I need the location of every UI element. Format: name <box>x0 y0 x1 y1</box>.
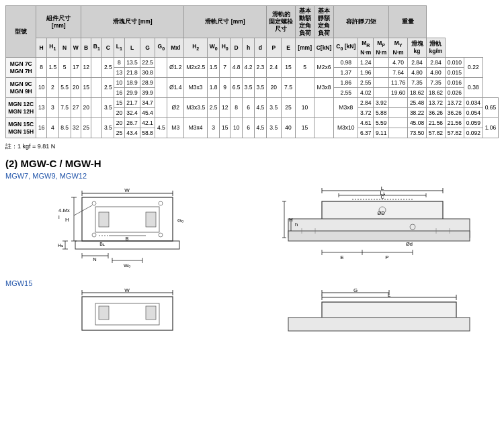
svg-rect-58 <box>146 306 156 320</box>
col-group-bolt: 滑軌的固定螺栓尺寸 <box>266 6 296 38</box>
table-note: 註：1 kgf = 9.81 N <box>5 142 499 151</box>
svg-rect-36 <box>288 231 470 241</box>
sub-W: W <box>71 38 81 58</box>
label-P: P <box>385 254 388 260</box>
diagram-mgw15-front-svg: W <box>55 287 196 341</box>
sub-L1: L1 <box>114 38 124 58</box>
label-C: C <box>380 195 384 199</box>
sub-L: L <box>124 38 140 58</box>
diagram-side-view: L L₁ C H <box>259 185 499 273</box>
svg-rect-20 <box>75 241 179 249</box>
sub-E: E <box>281 38 296 58</box>
sub-MY: MYN·m <box>389 38 408 58</box>
sub-H2: H2 <box>184 38 208 58</box>
sub-G: G <box>140 38 155 58</box>
sub-B: B <box>81 38 91 58</box>
col-group-static: 基本靜額定角負荷 <box>314 6 333 38</box>
label-W0: W₀ <box>123 262 130 269</box>
col-group-dynamic: 基本動額定角負荷 <box>296 6 314 38</box>
col-group-dimension: 組件尺寸[mm] <box>36 6 81 38</box>
sub-H0: H0 <box>220 38 230 58</box>
sub-Mxl: Mxl <box>167 38 184 58</box>
label-H1: H₁ <box>57 243 62 248</box>
table-row: MGN 9CMGN 9H 10 2 5.5 20 15 2.5 10 18.9 … <box>6 78 499 88</box>
svg-rect-6 <box>146 212 156 227</box>
sub-rail-kgm: 滑軌kg/m <box>427 38 446 58</box>
sub-D: D <box>230 38 243 58</box>
table-row: MGN 7CMGN 7H 8 1.5 5 17 12 2.5 8 13.5 22… <box>6 58 499 68</box>
label-E: E <box>340 254 343 260</box>
svg-point-11 <box>92 233 96 237</box>
label-h: h <box>295 222 298 228</box>
sub-slider-kg: 滑塊kg <box>408 38 427 58</box>
label-G0: G₀ <box>177 217 183 224</box>
svg-rect-66 <box>288 318 470 331</box>
svg-rect-5 <box>99 212 109 227</box>
label-L-mgw15: L <box>387 292 390 298</box>
sub-h: h <box>243 38 255 58</box>
section2-sub2: MGW15 <box>5 279 499 287</box>
sub-H1: H1 <box>46 38 58 58</box>
label-4Mxl2: l <box>58 214 60 220</box>
diagrams-row-mgw15: W G L <box>5 287 499 341</box>
sub-C-kN: C[kN] <box>314 38 333 58</box>
col-group-slider: 滑塊尺寸 [mm] <box>81 6 183 38</box>
svg-point-10 <box>159 201 163 205</box>
sub-P: P <box>266 38 281 58</box>
label-H-left: H <box>65 217 69 223</box>
label-B1: B₁ <box>99 242 105 246</box>
label-phid: Ød <box>406 241 413 247</box>
diagram-front-svg: W B B₁ 4-Mx l <box>55 185 196 273</box>
label-N: N <box>93 256 96 262</box>
table-row: MGN 12CMGN 12H 13 3 7.5 27 20 3.5 15 21.… <box>6 98 499 108</box>
col-group-weight: 重量 <box>389 6 427 38</box>
label-W-mgw15: W <box>124 287 130 293</box>
sub-mm: [mm] <box>296 38 314 58</box>
model-mgn7c: MGN 7CMGN 7H <box>6 58 36 78</box>
diagram-front-view: W B B₁ 4-Mx l <box>5 185 245 273</box>
spec-table: 型號 組件尺寸[mm] 滑塊尺寸 [mm] 滑軌尺寸 [mm] 滑軌的固定螺栓尺… <box>5 5 499 138</box>
sub-d: d <box>254 38 266 58</box>
diagram-mgw15-front: W <box>5 287 245 341</box>
table-section: 型號 組件尺寸[mm] 滑塊尺寸 [mm] 滑軌尺寸 [mm] 滑軌的固定螺栓尺… <box>5 5 499 151</box>
sub-G0: G0 <box>155 38 167 58</box>
model-mgn9c: MGN 9CMGN 9H <box>6 78 36 98</box>
label-W: W <box>124 187 130 193</box>
model-mgn12c: MGN 12CMGN 12H <box>6 98 36 118</box>
label-G-mgw15: G <box>353 287 357 293</box>
diagram-side-svg: L L₁ C H <box>282 185 476 273</box>
sub-C0-kN: C0 [kN] <box>334 38 358 58</box>
section2: (2) MGW-C / MGW-H MGW7, MGW9, MGW12 W <box>5 158 499 341</box>
sub-C: C <box>102 38 114 58</box>
model-mgn15c: MGN 15CMGN 15H <box>6 118 36 138</box>
svg-rect-57 <box>99 306 109 320</box>
section2-title: (2) MGW-C / MGW-H <box>5 158 499 169</box>
svg-line-13 <box>74 205 92 215</box>
svg-point-9 <box>92 201 96 205</box>
col-group-moment: 容許靜刀矩 <box>334 6 389 38</box>
section2-sub1: MGW7, MGW9, MGW12 <box>5 172 499 180</box>
table-row: MGN 15CMGN 15H 16 4 8.5 32 25 3.5 20 26.… <box>6 118 499 128</box>
diagram-mgw15-side-svg: G L <box>282 287 476 341</box>
diagrams-row-mgw7: W B B₁ 4-Mx l <box>5 185 499 273</box>
label-4Mxl: 4-Mx <box>58 207 70 213</box>
sub-B1: B1 <box>91 38 102 58</box>
col-model: 型號 <box>6 6 36 58</box>
diagram-mgw15-side: G L <box>259 287 499 341</box>
col-group-rail: 滑軌尺寸 [mm] <box>184 6 267 38</box>
sub-N: N <box>58 38 71 58</box>
sub-MP: MPN·m <box>374 38 389 58</box>
sub-MR: MRN·m <box>358 38 374 58</box>
sub-H: H <box>36 38 46 58</box>
svg-point-12 <box>159 233 163 237</box>
sub-W0: W0 <box>208 38 220 58</box>
